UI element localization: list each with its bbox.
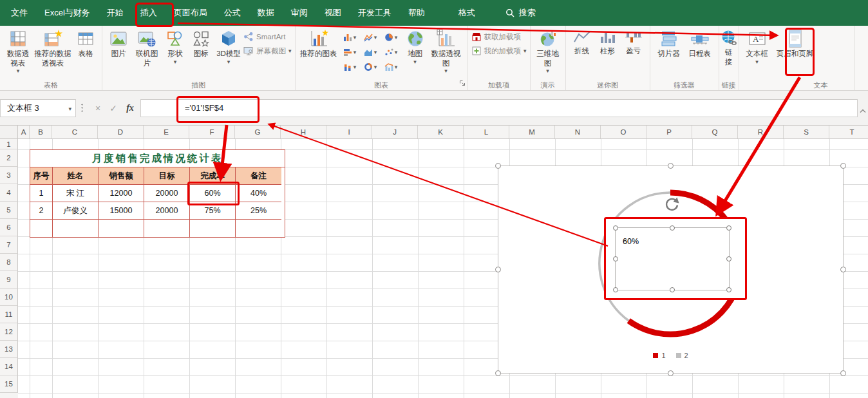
column-header[interactable]: B (30, 126, 52, 138)
icons-button[interactable]: 图标 (188, 28, 214, 60)
row-header[interactable]: 4 (0, 184, 18, 202)
rotate-handle-icon[interactable] (663, 196, 680, 213)
chart-resize-handle[interactable] (840, 267, 846, 272)
column-header[interactable]: T (829, 126, 868, 138)
table-cell[interactable]: 60% (190, 185, 236, 202)
table-cell[interactable]: 20000 (144, 202, 190, 220)
charts-dialog-launcher-icon[interactable] (459, 77, 466, 89)
row-header[interactable]: 1 (0, 139, 18, 149)
3d-map-button[interactable]: 三维地图 ▾ (534, 28, 562, 75)
timeline-button[interactable]: 日程表 (684, 28, 715, 60)
row-header[interactable]: 15 (0, 375, 18, 393)
chart-doughnut-button[interactable]: ▾ (361, 60, 381, 74)
row-header[interactable]: 5 (0, 202, 18, 219)
tab-format[interactable]: 格式 (450, 0, 484, 26)
enter-icon[interactable]: ✓ (106, 99, 121, 117)
column-header[interactable]: Q (692, 126, 738, 138)
table-cell[interactable]: 20000 (144, 185, 190, 202)
shapes-button[interactable]: 形状 ▾ (162, 28, 188, 66)
tab-excel-finance[interactable]: Excel与财务 (36, 0, 99, 26)
row-header[interactable]: 7 (0, 236, 18, 254)
table-cell[interactable]: 75% (190, 202, 236, 220)
slicer-button[interactable]: 切片器 (654, 28, 684, 60)
table-cell[interactable]: 1 (30, 185, 53, 202)
recommended-pivottables-button[interactable]: 推荐的数据透视表 (33, 28, 73, 69)
column-header[interactable]: E (144, 126, 189, 138)
table-cell[interactable] (236, 220, 281, 237)
pivotchart-button[interactable]: 数据透视图 ▾ (428, 28, 464, 75)
column-header[interactable]: R (738, 126, 784, 138)
tab-home[interactable]: 开始 (99, 0, 132, 26)
table-header-cell[interactable]: 序号 (30, 167, 53, 185)
textbox-resize-handle[interactable] (613, 256, 618, 261)
recommended-charts-button[interactable]: 推荐的图表 (299, 28, 339, 60)
row-header[interactable]: 11 (0, 306, 18, 323)
chart-resize-handle[interactable] (495, 267, 501, 272)
row-header[interactable]: 13 (0, 341, 18, 358)
column-header[interactable]: H (281, 126, 326, 138)
textbox-button[interactable]: A 文本框 ▾ (742, 28, 772, 66)
row-header[interactable]: 3 (0, 167, 18, 184)
textbox-resize-handle[interactable] (670, 225, 675, 231)
link-button[interactable]: 链接 (722, 28, 735, 68)
online-pictures-button[interactable]: 联机图片 (131, 28, 162, 69)
smartart-button[interactable]: SmartArt (243, 32, 292, 42)
row-header[interactable]: 10 (0, 289, 18, 306)
column-header[interactable]: N (555, 126, 601, 138)
chart-resize-handle[interactable] (840, 370, 846, 376)
table-cell[interactable]: 卢俊义 (53, 202, 99, 220)
table-title[interactable]: 月度销售完成情况统计表 (30, 150, 285, 167)
pictures-button[interactable]: 图片 (106, 28, 131, 60)
column-header[interactable]: K (418, 126, 464, 138)
table-cell[interactable] (53, 220, 99, 237)
chart-resize-handle[interactable] (495, 163, 501, 169)
table-cell[interactable] (30, 220, 53, 237)
table-header-cell[interactable]: 目标 (144, 167, 190, 185)
sparkline-winloss-button[interactable]: 盈亏 (621, 28, 646, 57)
chart-textbox[interactable]: 60% (606, 219, 746, 299)
tab-page-layout[interactable]: 页面布局 (165, 0, 216, 26)
row-header[interactable]: 2 (0, 149, 18, 167)
column-header[interactable]: L (464, 126, 509, 138)
header-footer-button[interactable]: 页眉和页脚 (772, 28, 818, 60)
table-cell[interactable]: 25% (236, 202, 281, 220)
cancel-icon[interactable]: × (90, 99, 106, 117)
tab-insert[interactable]: 插入 (132, 0, 165, 26)
maps-button[interactable]: 地图 ▾ (402, 28, 428, 66)
textbox-resize-handle[interactable] (613, 287, 618, 292)
table-header-cell[interactable]: 姓名 (53, 167, 99, 185)
column-header[interactable]: I (326, 126, 372, 138)
column-header[interactable]: D (98, 126, 144, 138)
tab-data[interactable]: 数据 (249, 0, 283, 26)
chart-stacked-button[interactable]: ▾ (340, 60, 360, 74)
column-header[interactable]: O (601, 126, 646, 138)
chart-resize-handle[interactable] (495, 370, 501, 376)
tab-review[interactable]: 审阅 (283, 0, 316, 26)
column-header[interactable]: F (189, 126, 235, 138)
table-cell[interactable]: 12000 (99, 185, 144, 202)
tab-formulas[interactable]: 公式 (216, 0, 249, 26)
table-cell[interactable]: 40% (236, 185, 281, 202)
column-header[interactable]: C (52, 126, 98, 138)
chart-legend[interactable]: 1 2 (498, 352, 843, 359)
ribbon-search[interactable]: 搜索 (505, 7, 536, 19)
legend-item-2[interactable]: 2 (676, 352, 688, 359)
table-button[interactable]: 表格 (73, 28, 99, 60)
tab-file[interactable]: 文件 (3, 0, 36, 26)
textbox-resize-handle[interactable] (726, 287, 731, 292)
sparkline-column-button[interactable]: 柱形 (595, 28, 621, 57)
chart-object[interactable]: 60% 1 2 (498, 166, 844, 374)
chart-line-button[interactable]: ▾ (361, 30, 381, 44)
my-addins-button[interactable]: 我的加载项 ▾ (471, 46, 527, 56)
column-header[interactable]: M (509, 126, 555, 138)
get-addins-button[interactable]: 获取加载项 (471, 32, 527, 42)
tab-help[interactable]: 帮助 (400, 0, 433, 26)
column-header[interactable]: P (646, 126, 692, 138)
chart-area-button[interactable]: ▾ (361, 45, 381, 59)
pivottable-button[interactable]: 数据透视表 ▾ (3, 28, 33, 75)
row-header[interactable]: 8 (0, 254, 18, 271)
column-header[interactable]: J (372, 126, 418, 138)
textbox-resize-handle[interactable] (670, 287, 675, 292)
textbox-resize-handle[interactable] (726, 256, 731, 261)
table-cell[interactable] (190, 220, 236, 237)
